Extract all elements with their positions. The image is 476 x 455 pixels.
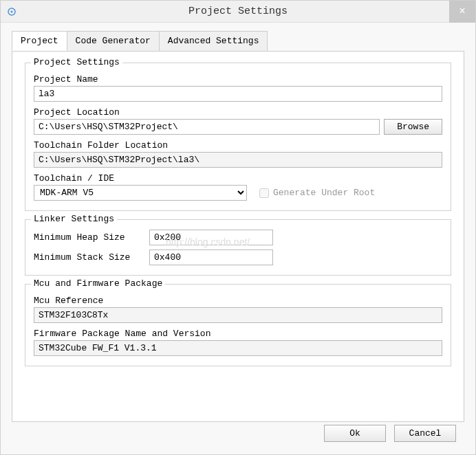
tab-panel-project: Project Settings Project Name Project Lo… <box>12 51 464 422</box>
stack-size-label: Minimum Stack Size <box>34 252 144 263</box>
tab-advanced-settings[interactable]: Advanced Settings <box>159 31 268 51</box>
tab-project[interactable]: Project <box>12 31 67 51</box>
close-icon: × <box>459 5 466 18</box>
mcu-firmware-group: Mcu and Firmware Package Mcu Reference F… <box>25 284 451 366</box>
tab-bar: Project Code Generator Advanced Settings <box>12 31 464 52</box>
project-location-input[interactable] <box>34 119 380 135</box>
firmware-package-label: Firmware Package Name and Version <box>34 329 442 339</box>
content-area: Project Code Generator Advanced Settings… <box>1 23 475 430</box>
app-icon <box>6 6 17 17</box>
project-location-label: Project Location <box>34 107 442 118</box>
mcu-reference-input <box>34 307 442 323</box>
mcu-firmware-title: Mcu and Firmware Package <box>31 278 165 289</box>
tab-code-generator[interactable]: Code Generator <box>67 31 160 51</box>
titlebar[interactable]: Project Settings × <box>1 1 475 23</box>
generate-under-root-row: Generate Under Root <box>259 188 375 198</box>
linker-settings-title: Linker Settings <box>31 214 117 224</box>
linker-settings-group: Linker Settings Minimum Heap Size Minimu… <box>25 219 451 276</box>
mcu-reference-label: Mcu Reference <box>34 296 442 306</box>
project-name-input[interactable] <box>34 86 442 102</box>
project-settings-title: Project Settings <box>31 57 122 67</box>
stack-size-input[interactable] <box>149 249 273 265</box>
generate-under-root-checkbox <box>259 188 269 198</box>
cancel-button[interactable]: Cancel <box>394 425 456 442</box>
dialog-buttons: Ok Cancel <box>324 425 456 442</box>
toolchain-folder-input <box>34 152 442 168</box>
generate-under-root-label: Generate Under Root <box>273 188 375 198</box>
heap-size-input[interactable] <box>149 230 273 245</box>
project-name-label: Project Name <box>34 74 442 85</box>
window-title: Project Settings <box>188 5 288 17</box>
toolchain-ide-select[interactable]: MDK-ARM V5 <box>34 185 247 201</box>
svg-point-1 <box>11 10 13 12</box>
toolchain-folder-label: Toolchain Folder Location <box>34 140 442 151</box>
project-settings-window: Project Settings × Project Code Generato… <box>0 0 476 455</box>
close-button[interactable]: × <box>449 1 475 23</box>
firmware-package-input <box>34 340 442 356</box>
ok-button[interactable]: Ok <box>324 425 386 442</box>
heap-size-label: Minimum Heap Size <box>34 232 144 243</box>
toolchain-ide-label: Toolchain / IDE <box>34 173 442 184</box>
project-settings-group: Project Settings Project Name Project Lo… <box>25 63 451 211</box>
browse-button[interactable]: Browse <box>384 119 442 135</box>
